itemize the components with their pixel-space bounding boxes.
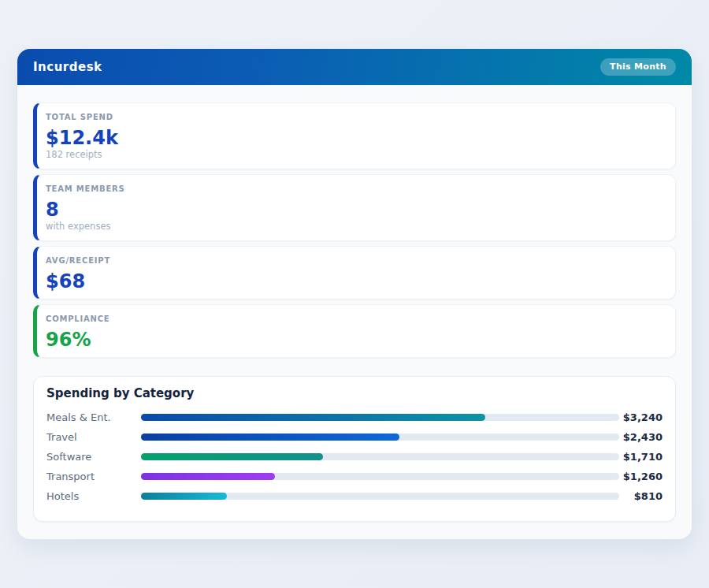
stat-card-avg-receipt: AVG/RECEIPT$68 [33, 246, 676, 300]
category-label: Software [46, 451, 141, 463]
bar-track [141, 493, 619, 500]
stat-label: TEAM MEMBERS [46, 184, 663, 195]
spending-chart-card: Spending by Category Meals & Ent.$3,240T… [33, 376, 676, 522]
chart-row-travel: Travel$2,430 [46, 427, 663, 447]
stat-value: $12.4k [46, 128, 663, 149]
bar-fill [141, 493, 227, 500]
category-label: Meals & Ent. [46, 411, 141, 423]
stat-cards: TOTAL SPEND$12.4k182 receiptsTEAM MEMBER… [33, 102, 676, 358]
stat-label: TOTAL SPEND [46, 112, 663, 123]
category-label: Hotels [46, 490, 141, 502]
bar-track [141, 473, 619, 480]
bar-fill [141, 434, 399, 441]
chart-rows: Meals & Ent.$3,240Travel$2,430Software$1… [46, 408, 663, 506]
category-amount: $2,430 [619, 431, 663, 443]
stat-card-team-members: TEAM MEMBERS8with expenses [33, 174, 676, 241]
dashboard-panel: Incurdesk This Month TOTAL SPEND$12.4k18… [17, 49, 692, 539]
stat-subtext: with expenses [46, 221, 663, 232]
category-amount: $1,260 [619, 471, 663, 482]
stat-value: $68 [46, 271, 663, 292]
chart-row-transport: Transport$1,260 [46, 467, 663, 486]
category-amount: $810 [619, 490, 663, 502]
stat-value: 8 [46, 199, 663, 221]
bar-track [141, 434, 619, 441]
category-amount: $3,240 [619, 411, 663, 423]
stat-label: AVG/RECEIPT [46, 255, 663, 266]
chart-row-software: Software$1,710 [46, 447, 663, 467]
chart-row-meals-ent-: Meals & Ent.$3,240 [46, 408, 663, 427]
stat-card-total-spend: TOTAL SPEND$12.4k182 receipts [33, 102, 676, 169]
category-label: Transport [46, 471, 141, 482]
category-label: Travel [46, 431, 141, 443]
bar-track [141, 453, 619, 460]
chart-row-hotels: Hotels$810 [46, 486, 663, 506]
bar-fill [141, 453, 323, 460]
category-amount: $1,710 [619, 451, 663, 463]
dashboard-content: TOTAL SPEND$12.4k182 receiptsTEAM MEMBER… [17, 85, 692, 522]
stat-label: COMPLIANCE [46, 314, 663, 325]
app-header: Incurdesk This Month [17, 49, 692, 85]
bar-track [141, 414, 619, 421]
bar-fill [141, 473, 275, 480]
stat-value: 96% [46, 329, 663, 351]
stat-subtext: 182 receipts [46, 149, 663, 160]
chart-title: Spending by Category [46, 386, 663, 400]
stat-card-compliance: COMPLIANCE96% [33, 304, 676, 358]
bar-fill [141, 414, 485, 421]
period-badge[interactable]: This Month [600, 58, 676, 76]
app-title: Incurdesk [33, 60, 102, 74]
